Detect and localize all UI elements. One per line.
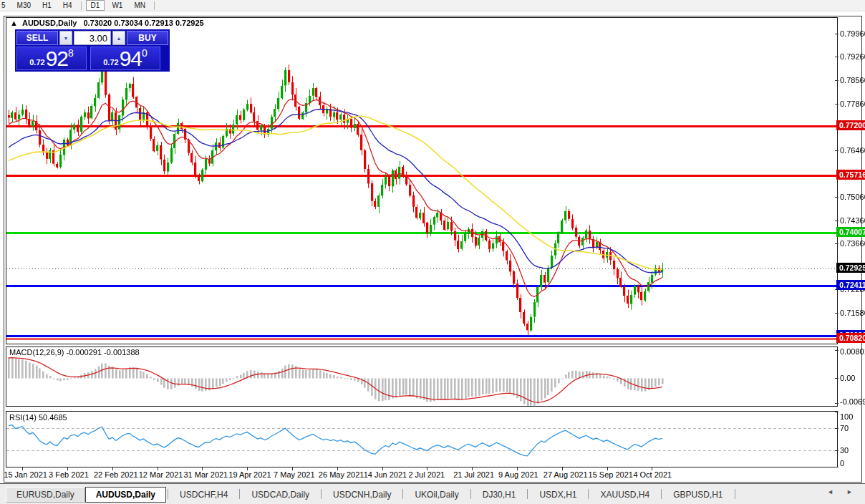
chart-symbol-label: AUDUSD,Daily [22, 19, 77, 27]
price-axis-tick [835, 80, 839, 81]
date-axis-label: 15 Sep 2021 [589, 470, 633, 479]
toolbar-separator [81, 1, 82, 10]
rsi-chart-canvas[interactable] [6, 412, 837, 467]
date-axis-label: 21 Jul 2021 [453, 470, 494, 479]
chart-title: ▲ AUDUSD,Daily 0.73020 0.73034 0.72913 0… [10, 19, 204, 27]
volume-input[interactable] [74, 31, 111, 45]
rsi-axis-tick [835, 428, 839, 429]
date-axis-label: 2 Jul 2021 [408, 470, 445, 479]
sell-price-prefix: 0.72 [29, 58, 44, 67]
rsi-axis-tick [835, 467, 839, 467]
macd-axis-label: 0.008014 [840, 347, 865, 356]
date-axis-label: 14 Jun 2021 [364, 470, 407, 479]
timeframe-button-mn[interactable]: MN [130, 1, 150, 10]
macd-axis-label: -0.00697 [840, 397, 865, 406]
tab-usdx-h1[interactable]: USDX,H1 [529, 488, 586, 502]
tab-scroll-right-icon[interactable]: ► [846, 488, 853, 495]
date-axis-label: 4 Oct 2021 [633, 470, 672, 479]
tab-separator [402, 489, 403, 499]
rsi-indicator-pane[interactable] [6, 411, 838, 467]
tab-usdcnh-daily[interactable]: USDCNH,Daily [323, 488, 401, 502]
rsi-label: RSI(14) 50.4685 [9, 413, 67, 422]
sell-button[interactable]: SELL [16, 31, 58, 45]
buy-price-pip: 0 [142, 49, 148, 57]
buy-button[interactable]: BUY [127, 31, 168, 45]
volume-decrease-button[interactable]: ▼ [59, 31, 72, 45]
tab-separator [470, 489, 471, 499]
price-axis-tick [835, 150, 839, 151]
price-badge-0.74007: 0.74007 [836, 227, 865, 237]
rsi-axis-tick [835, 450, 839, 451]
tab-separator [527, 489, 528, 499]
rsi-axis-label: 0 [840, 459, 844, 467]
sell-price-display[interactable]: 0.72 92 8 [16, 47, 87, 70]
tab-gbpusd-h1[interactable]: GBPUSD,H1 [663, 488, 733, 502]
timeframe-button-h4[interactable]: H4 [59, 1, 77, 10]
price-axis-label: 0.79960 [840, 29, 865, 38]
price-axis-tick [835, 104, 839, 105]
date-axis-label: 12 Mar 2021 [139, 470, 183, 479]
date-axis-label: 27 Aug 2021 [543, 470, 588, 479]
price-axis-label: 0.77860 [840, 100, 865, 108]
timeframe-button-d1[interactable]: D1 [86, 0, 105, 11]
price-axis-tick [835, 243, 839, 244]
tab-separator [321, 489, 322, 499]
macd-label: MACD(12,26,9) -0.000291 -0.001388 [9, 348, 140, 357]
timeframe-button-w1[interactable]: W1 [107, 1, 127, 10]
tab-separator [661, 489, 662, 499]
date-axis-label: 7 May 2021 [274, 470, 314, 479]
timeframe-button-h1[interactable]: H1 [38, 1, 56, 10]
price-axis-tick [835, 34, 839, 34]
date-axis-label: 22 Feb 2021 [94, 470, 138, 479]
price-axis-label: 0.76460 [840, 146, 865, 155]
price-axis-label: 0.75060 [840, 193, 865, 201]
sell-price-pip: 8 [68, 49, 74, 57]
tab-usdchf-h4[interactable]: USDCHF,H4 [170, 488, 238, 502]
macd-axis-tick [835, 403, 839, 404]
chart-ohlc-values: 0.73020 0.73034 0.72913 0.72925 [83, 19, 203, 27]
macd-axis-tick [835, 350, 839, 351]
rsi-axis-tick [835, 412, 839, 412]
sell-price-big: 92 [46, 49, 68, 69]
tab-ukoil-daily[interactable]: UKOil,Daily [405, 488, 468, 502]
price-axis-label: 0.79260 [840, 52, 865, 61]
timeframe-button-m30[interactable]: M30 [13, 1, 35, 10]
price-badge-0.72411: 0.72411 [836, 280, 865, 290]
timeframe-button-5[interactable]: 5 [0, 1, 10, 10]
rsi-axis-label: 70 [840, 424, 849, 432]
tab-separator [588, 489, 589, 499]
tab-xauusd-h4[interactable]: XAUUSD,H4 [590, 488, 659, 502]
date-axis-label: 9 Aug 2021 [498, 470, 538, 479]
date-axis-label: 3 Feb 2021 [49, 470, 89, 479]
tab-eurusd-daily[interactable]: EURUSD,Daily [6, 487, 85, 503]
timeframe-toolbar: 5M30H1H4D1W1MN [0, 0, 865, 11]
symbol-tab-bar: EURUSD,DailyAUDUSD,DailyUSDCHF,H4USDCAD,… [0, 483, 865, 504]
price-axis-tick [835, 197, 839, 198]
tab-usdcad-daily[interactable]: USDCAD,Daily [241, 488, 319, 502]
tab-scroll-left-icon[interactable]: ◄ [827, 488, 833, 495]
buy-price-big: 94 [120, 49, 142, 69]
date-axis-label: 26 May 2021 [319, 470, 364, 479]
tab-separator [239, 489, 240, 499]
buy-price-prefix: 0.72 [103, 58, 118, 67]
macd-axis-tick [835, 378, 839, 379]
toolbar-separator [154, 1, 155, 10]
volume-increase-button[interactable]: ▲ [112, 31, 125, 45]
one-click-trade-panel: SELL ▼ ▲ BUY 0.72 92 8 0.72 94 0 [15, 29, 170, 72]
price-axis-label: 0.73660 [840, 239, 865, 248]
price-axis-tick [835, 57, 839, 57]
buy-price-display[interactable]: 0.72 94 0 [90, 47, 160, 70]
rsi-axis-label: 100 [840, 412, 853, 421]
price-axis-label: 0.78560 [840, 76, 865, 84]
macd-axis-label: 0.00 [840, 374, 855, 382]
date-axis-label: 31 Mar 2021 [183, 470, 228, 479]
date-axis-label: 19 Apr 2021 [228, 470, 271, 479]
rsi-axis-label: 30 [840, 446, 849, 455]
tab-dj30-h1[interactable]: DJ30,H1 [473, 488, 526, 502]
tab-audusd-daily[interactable]: AUDUSD,Daily [85, 487, 166, 503]
price-axis-label: 0.74360 [840, 216, 865, 225]
tab-separator [168, 489, 168, 499]
symbol-marker-icon: ▲ [10, 19, 18, 27]
mt4-application: 5M30H1H4D1W1MN ▲ AUDUSD,Daily 0.73020 0.… [0, 0, 865, 504]
price-axis-label: 0.71580 [840, 309, 865, 317]
